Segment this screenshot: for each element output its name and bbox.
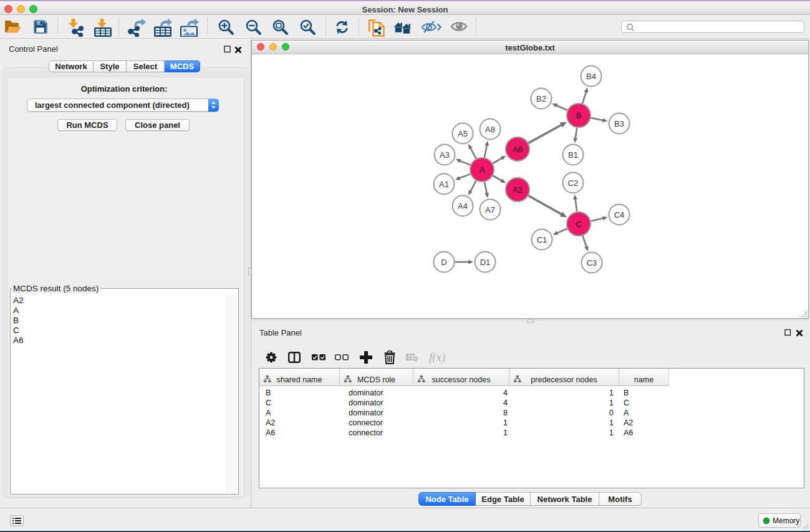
svg-text:f(x): f(x) bbox=[429, 351, 445, 364]
svg-text:D: D bbox=[441, 258, 446, 267]
svg-text:B4: B4 bbox=[586, 72, 596, 81]
svg-text:A3: A3 bbox=[440, 150, 450, 160]
svg-text:B1: B1 bbox=[568, 150, 578, 160]
svg-text:A6: A6 bbox=[513, 145, 523, 154]
svg-text:A2: A2 bbox=[513, 185, 523, 195]
svg-text:A: A bbox=[480, 165, 485, 175]
svg-text:A8: A8 bbox=[485, 125, 495, 134]
svg-text:C4: C4 bbox=[614, 210, 625, 220]
svg-text:A1: A1 bbox=[439, 180, 449, 189]
svg-text:A5: A5 bbox=[458, 129, 468, 138]
svg-text:B2: B2 bbox=[536, 94, 546, 104]
svg-text:D1: D1 bbox=[480, 258, 491, 267]
svg-text:C2: C2 bbox=[568, 178, 579, 188]
svg-text:B: B bbox=[576, 111, 582, 120]
svg-text:A7: A7 bbox=[485, 205, 495, 215]
svg-text:A4: A4 bbox=[458, 201, 468, 211]
svg-text:C3: C3 bbox=[587, 258, 597, 268]
svg-text:B3: B3 bbox=[614, 119, 624, 128]
svg-text:C: C bbox=[576, 220, 581, 229]
svg-text:C1: C1 bbox=[537, 235, 547, 244]
